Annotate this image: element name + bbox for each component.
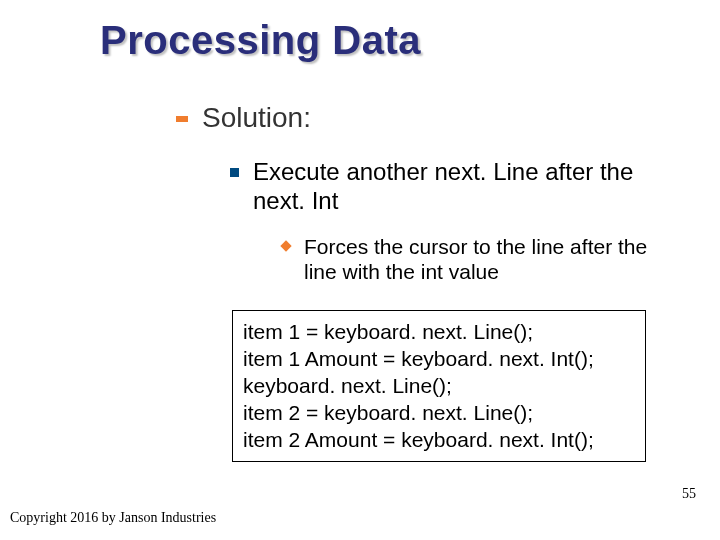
bullet-level3: Forces the cursor to the line after the … xyxy=(282,234,682,284)
code-line: item 2 = keyboard. next. Line(); xyxy=(243,400,635,427)
bullet-level2-text: Execute another next. Line after the nex… xyxy=(253,158,670,216)
slide: Processing Data Solution: Execute anothe… xyxy=(0,0,720,540)
code-line: item 2 Amount = keyboard. next. Int(); xyxy=(243,427,635,454)
bullet-level3-text: Forces the cursor to the line after the … xyxy=(304,234,682,284)
copyright-footer: Copyright 2016 by Janson Industries xyxy=(10,510,216,526)
bullet-level2: Execute another next. Line after the nex… xyxy=(230,158,670,216)
bullet-diamond-icon xyxy=(280,240,291,251)
code-line: keyboard. next. Line(); xyxy=(243,373,635,400)
code-line: item 1 = keyboard. next. Line(); xyxy=(243,319,635,346)
slide-title: Processing Data xyxy=(100,18,421,63)
bullet-bar-icon xyxy=(176,116,188,122)
bullet-level1: Solution: xyxy=(176,102,311,134)
bullet-level1-text: Solution: xyxy=(202,102,311,134)
bullet-square-icon xyxy=(230,168,239,177)
code-line: item 1 Amount = keyboard. next. Int(); xyxy=(243,346,635,373)
page-number: 55 xyxy=(682,486,696,502)
code-box: item 1 = keyboard. next. Line(); item 1 … xyxy=(232,310,646,462)
